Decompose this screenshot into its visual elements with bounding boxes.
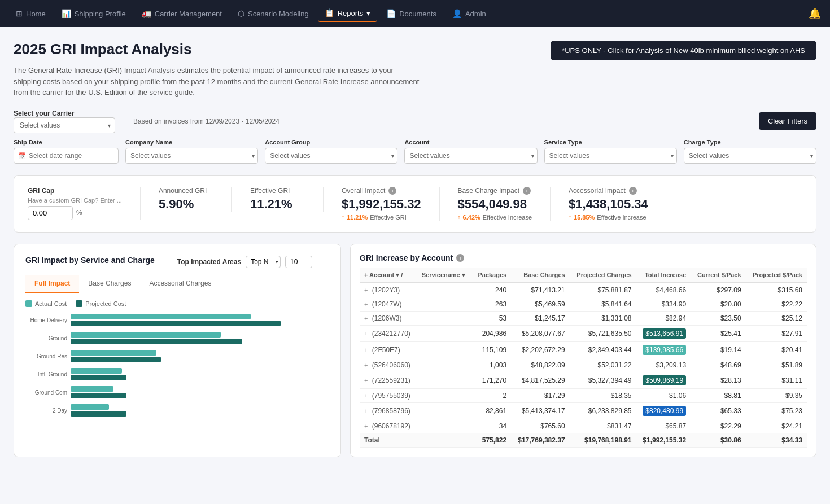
nav-documents[interactable]: 📄 Documents bbox=[379, 6, 443, 21]
col-projected-charges[interactable]: Projected Charges bbox=[570, 268, 636, 283]
table-cell: $27.91 bbox=[746, 325, 807, 341]
service-type-select[interactable]: Select values bbox=[544, 148, 677, 164]
nav-home[interactable]: ⊞ Home bbox=[9, 6, 53, 21]
table-row: + (234212770)204,986$5,208,077.67$5,721,… bbox=[360, 325, 807, 341]
base-charge-sub: ↑ 6.42% Effective Increase bbox=[458, 214, 532, 221]
tab-base-charges[interactable]: Base Charges bbox=[79, 275, 140, 293]
table-info-icon[interactable]: i bbox=[456, 254, 464, 262]
truck-icon: 🚛 bbox=[142, 9, 151, 18]
admin-icon: 👤 bbox=[452, 9, 462, 18]
expand-icon[interactable]: + bbox=[364, 347, 368, 353]
account-select[interactable]: Select values bbox=[404, 148, 537, 164]
total-cell: $34.33 bbox=[746, 433, 807, 447]
col-total-increase[interactable]: Total Increase bbox=[636, 268, 691, 283]
table-cell: $25.41 bbox=[691, 325, 746, 341]
table-row: + (2F50E7)115,109$2,202,672.29$2,349,403… bbox=[360, 341, 807, 358]
company-name-select[interactable]: Select values bbox=[125, 148, 258, 164]
col-projected-pack[interactable]: Projected $/Pack bbox=[746, 268, 807, 283]
table-cell: 2 bbox=[472, 388, 512, 402]
gri-metrics-row: GRI Cap Have a custom GRI Cap? Enter ...… bbox=[14, 175, 816, 233]
announced-gri-value: 5.90% bbox=[159, 197, 213, 212]
table-cell: $9.35 bbox=[746, 388, 807, 402]
top-nav: ⊞ Home 📊 Shipping Profile 🚛 Carrier Mana… bbox=[0, 0, 830, 27]
gri-cap-input[interactable] bbox=[28, 206, 73, 220]
expand-icon[interactable]: + bbox=[364, 392, 368, 399]
expand-icon[interactable]: + bbox=[364, 315, 368, 322]
table-cell: $6,233,829.85 bbox=[570, 402, 636, 419]
table-cell bbox=[417, 388, 472, 402]
expand-icon[interactable]: + bbox=[364, 301, 368, 308]
account-label: Account bbox=[404, 139, 537, 146]
bar-row: 2 Day bbox=[71, 404, 329, 418]
bar-chart: Home DeliveryGroundGround ResIntl. Groun… bbox=[25, 314, 329, 418]
col-packages[interactable]: Packages bbox=[472, 268, 512, 283]
account-group-select[interactable]: Select values bbox=[265, 148, 397, 164]
ship-date-label: Ship Date bbox=[14, 139, 119, 146]
expand-icon[interactable]: + bbox=[364, 407, 368, 414]
expand-icon[interactable]: + bbox=[364, 362, 368, 369]
overall-info-icon[interactable]: i bbox=[388, 187, 396, 195]
table-cell bbox=[417, 341, 472, 358]
table-cell: $20.80 bbox=[691, 297, 746, 311]
notification-bell[interactable]: 🔔 bbox=[809, 7, 821, 20]
table-cell: $22.22 bbox=[746, 297, 807, 311]
ship-date-input[interactable] bbox=[14, 148, 119, 164]
col-account[interactable]: + Account ▾ / bbox=[360, 268, 417, 283]
nav-scenario-modeling[interactable]: ⬡ Scenario Modeling bbox=[231, 6, 316, 21]
table-cell: $5,327,394.49 bbox=[570, 372, 636, 388]
table-cell: $48.69 bbox=[691, 358, 746, 372]
ship-date-filter: Ship Date 📅 bbox=[14, 139, 119, 164]
table-cell: $8.81 bbox=[691, 388, 746, 402]
table-cell: 263 bbox=[472, 297, 512, 311]
table-cell: $20.41 bbox=[746, 341, 807, 358]
charge-type-select[interactable]: Select values bbox=[684, 148, 816, 164]
page-description: The General Rate Increase (GRI) Impact A… bbox=[14, 65, 420, 98]
col-base-charges[interactable]: Base Charges bbox=[511, 268, 570, 283]
top-n-select[interactable]: Top N bbox=[246, 256, 281, 268]
expand-icon[interactable]: + bbox=[364, 287, 368, 293]
table-cell: $25.12 bbox=[746, 311, 807, 325]
table-row: + (12047W)263$5,469.59$5,841.64$334.90$2… bbox=[360, 297, 807, 311]
effective-gri-value: 11.21% bbox=[250, 197, 305, 212]
table-cell: $334.90 bbox=[636, 297, 691, 311]
table-cell: $31.11 bbox=[746, 372, 807, 388]
bar-actual bbox=[71, 386, 113, 392]
model-icon: ⬡ bbox=[238, 9, 244, 18]
accessorial-impact-section: Accessorial Impact i $1,438,105.34 ↑ 15.… bbox=[569, 187, 648, 221]
table-cell: $71,413.21 bbox=[511, 283, 570, 297]
col-current-pack[interactable]: Current $/Pack bbox=[691, 268, 746, 283]
home-icon: ⊞ bbox=[16, 9, 23, 18]
ups-banner-button[interactable]: *UPS ONLY - Click for Analysis of New 40… bbox=[551, 41, 816, 60]
filter-row: Ship Date 📅 Company Name Select values ▾… bbox=[14, 139, 816, 164]
table-cell: $75,881.87 bbox=[570, 283, 636, 297]
total-cell: $17,769,382.37 bbox=[511, 433, 570, 447]
bar-row: Ground Com bbox=[71, 386, 329, 400]
chart-icon: 📊 bbox=[62, 9, 71, 18]
clear-filters-button[interactable]: Clear Filters bbox=[759, 112, 816, 130]
nav-reports[interactable]: 📋 Reports ▾ bbox=[318, 5, 378, 22]
carrier-select[interactable]: Select values bbox=[14, 117, 115, 133]
accessorial-info-icon[interactable]: i bbox=[629, 187, 637, 195]
bar-projected bbox=[71, 411, 126, 417]
tab-accessorial-charges[interactable]: Accessorial Charges bbox=[140, 275, 220, 293]
col-servicename[interactable]: Servicename ▾ bbox=[417, 268, 472, 283]
top-n-input[interactable] bbox=[285, 256, 312, 268]
gri-table: + Account ▾ / Servicename ▾ Packages Bas… bbox=[360, 268, 807, 448]
table-cell: $28.13 bbox=[691, 372, 746, 388]
expand-icon[interactable]: + bbox=[364, 377, 368, 384]
table-row: + (960678192)34$765.60$831.47$65.87$22.2… bbox=[360, 419, 807, 433]
table-cell: $23.50 bbox=[691, 311, 746, 325]
base-charge-info-icon[interactable]: i bbox=[523, 187, 531, 195]
nav-shipping-profile[interactable]: 📊 Shipping Profile bbox=[55, 6, 133, 21]
nav-carrier-management[interactable]: 🚛 Carrier Management bbox=[135, 6, 229, 21]
announced-gri-section: Announced GRI 5.90% bbox=[159, 187, 232, 212]
nav-admin[interactable]: 👤 Admin bbox=[445, 6, 493, 21]
table-cell: + (12047W) bbox=[360, 297, 417, 311]
expand-icon[interactable]: + bbox=[364, 423, 368, 430]
table-cell: $4,817,525.29 bbox=[511, 372, 570, 388]
table-cell: + (1202Y3) bbox=[360, 283, 417, 297]
tab-full-impact[interactable]: Full Impact bbox=[25, 275, 79, 293]
table-cell: $765.60 bbox=[511, 419, 570, 433]
expand-icon[interactable]: + bbox=[364, 330, 368, 337]
table-row: + (1202Y3)240$71,413.21$75,881.87$4,468.… bbox=[360, 283, 807, 297]
